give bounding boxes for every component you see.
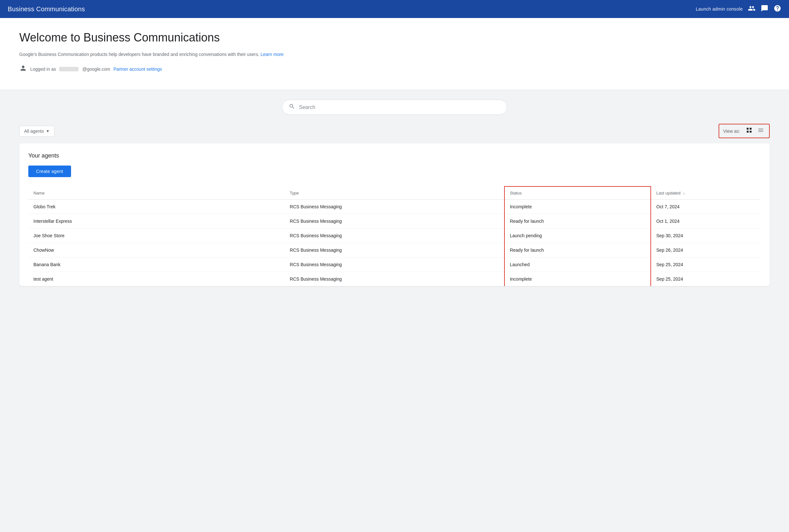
account-icon [19,64,27,74]
app-header: Business Communications Launch admin con… [0,0,789,18]
cell-status: Ready for launch [505,243,651,258]
search-input[interactable] [299,104,500,110]
table-row[interactable]: Joe Shoe Store RCS Business Messaging La… [28,229,761,243]
agents-card-title: Your agents [28,152,761,159]
table-row[interactable]: Banana Bank RCS Business Messaging Launc… [28,258,761,272]
header-left: Business Communications [8,5,85,13]
table-header: Name Type Status Last updated ↓ [28,187,761,200]
cell-status: Incomplete [505,272,651,286]
table-row[interactable]: Globo Trek RCS Business Messaging Incomp… [28,200,761,214]
all-agents-filter-button[interactable]: All agents ▼ [19,126,54,137]
table-row[interactable]: Interstellar Express RCS Business Messag… [28,214,761,229]
cell-type: RCS Business Messaging [284,243,504,258]
main-content: All agents ▼ View as: Your agents Create… [0,89,789,532]
col-header-updated[interactable]: Last updated ↓ [651,187,761,200]
cell-name: Joe Shoe Store [28,229,284,243]
cell-type: RCS Business Messaging [284,214,504,229]
all-agents-label: All agents [24,129,44,134]
header-right: Launch admin console [696,4,781,14]
cell-type: RCS Business Messaging [284,272,504,286]
cell-status: Incomplete [505,200,651,214]
cell-updated: Oct 7, 2024 [651,200,761,214]
welcome-description: Google's Business Communication products… [19,51,770,58]
view-as-container: View as: [719,124,770,138]
cell-status: Launch pending [505,229,651,243]
cell-updated: Oct 1, 2024 [651,214,761,229]
cell-type: RCS Business Messaging [284,229,504,243]
agents-card: Your agents Create agent Name Type Statu… [19,144,770,286]
welcome-section: Welcome to Business Communications Googl… [0,18,789,89]
welcome-title: Welcome to Business Communications [19,31,770,44]
launch-admin-console-button[interactable]: Launch admin console [696,6,743,12]
col-header-type: Type [284,187,504,200]
table-row[interactable]: ChowNow RCS Business Messaging Ready for… [28,243,761,258]
table-row[interactable]: test agent RCS Business Messaging Incomp… [28,272,761,286]
cell-name: Globo Trek [28,200,284,214]
sort-desc-icon: ↓ [683,191,685,195]
search-box [282,100,507,115]
view-as-label: View as: [723,129,740,134]
logged-in-prefix: Logged in as [30,66,56,72]
cell-name: ChowNow [28,243,284,258]
people-icon[interactable] [748,4,755,14]
cell-status: Launched [505,258,651,272]
dropdown-arrow-icon: ▼ [46,129,50,133]
agents-table-body: Globo Trek RCS Business Messaging Incomp… [28,200,761,286]
email-redacted [59,67,78,71]
partner-account-settings-link[interactable]: Partner account settings [113,66,162,72]
chat-icon[interactable] [761,4,768,14]
cell-updated: Sep 30, 2024 [651,229,761,243]
app-title: Business Communications [8,5,85,13]
agents-table: Name Type Status Last updated ↓ Globo Tr… [28,186,761,286]
create-agent-button[interactable]: Create agent [28,166,71,177]
search-container [19,100,770,115]
cell-updated: Sep 25, 2024 [651,258,761,272]
search-icon [289,103,295,111]
logged-in-row: Logged in as @google.com Partner account… [19,64,770,74]
cell-type: RCS Business Messaging [284,200,504,214]
help-icon[interactable] [774,4,781,14]
grid-view-icon[interactable] [745,126,754,136]
welcome-desc-text: Google's Business Communication products… [19,52,260,57]
filter-view-row: All agents ▼ View as: [19,124,770,138]
cell-name: Interstellar Express [28,214,284,229]
cell-updated: Sep 25, 2024 [651,272,761,286]
col-header-status: Status [505,187,651,200]
list-view-icon[interactable] [756,126,765,136]
learn-more-link[interactable]: Learn more [261,52,284,57]
cell-updated: Sep 26, 2024 [651,243,761,258]
cell-type: RCS Business Messaging [284,258,504,272]
cell-status: Ready for launch [505,214,651,229]
col-header-name: Name [28,187,284,200]
email-domain: @google.com [82,66,110,72]
cell-name: test agent [28,272,284,286]
cell-name: Banana Bank [28,258,284,272]
